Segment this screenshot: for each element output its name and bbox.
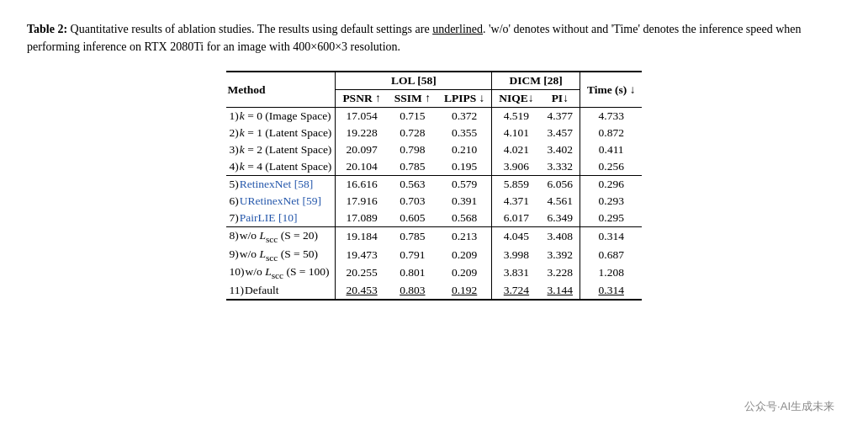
cell-pi: 3.402: [541, 141, 580, 158]
cell-pi: 3.228: [541, 263, 580, 282]
cell-lpips: 0.195: [437, 158, 492, 176]
table-row: 10)w/o Lscc (S = 100)20.2550.8010.2093.8…: [226, 263, 643, 282]
cell-pi: 3.332: [541, 158, 580, 176]
cell-lpips: 0.213: [437, 227, 492, 246]
method-header: Method: [226, 72, 336, 108]
row-num-method: 11)Default: [226, 282, 336, 300]
cell-time: 0.411: [580, 141, 642, 158]
cell-psnr: 20.104: [336, 158, 388, 176]
cell-psnr: 20.097: [336, 141, 388, 158]
table-row: 3)k = 2 (Latent Space)20.0970.7980.2104.…: [226, 141, 643, 158]
cell-pi: 4.561: [541, 193, 580, 210]
cell-time: 0.687: [580, 246, 642, 264]
cell-ssim: 0.715: [388, 108, 437, 125]
row-num-method: 2)k = 1 (Latent Space): [226, 125, 336, 141]
cell-time: 4.733: [580, 108, 642, 125]
cell-niqe: 4.101: [492, 125, 541, 141]
cell-psnr: 19.473: [336, 246, 388, 264]
table-row: 1)k = 0 (Image Space)17.0540.7150.3724.5…: [226, 108, 643, 125]
cell-lpips: 0.210: [437, 141, 492, 158]
cell-lpips: 0.372: [437, 108, 492, 125]
cell-niqe: 4.519: [492, 108, 541, 125]
row-num-method: 9)w/o Lscc (S = 50): [226, 246, 336, 264]
cell-psnr: 17.054: [336, 108, 388, 125]
psnr-header: PSNR ↑: [336, 90, 388, 108]
cell-time: 0.872: [580, 125, 642, 141]
row-num-method: 10)w/o Lscc (S = 100): [226, 263, 336, 282]
table-row: 9)w/o Lscc (S = 50)19.4730.7910.2093.998…: [226, 246, 643, 264]
caption-underlined: underlined: [432, 23, 483, 35]
cell-pi: 3.392: [541, 246, 580, 264]
cell-ssim: 0.785: [388, 158, 437, 176]
cell-ssim: 0.803: [388, 282, 437, 300]
cell-ssim: 0.791: [388, 246, 437, 264]
niqe-header: NIQE↓: [492, 90, 541, 108]
cell-niqe: 5.859: [492, 176, 541, 194]
table-row: 7)PairLIE [10]17.0890.6050.5686.0176.349…: [226, 210, 643, 227]
cell-pi: 4.377: [541, 108, 580, 125]
cell-ssim: 0.785: [388, 227, 437, 246]
header-group-row: Method LOL [58] DICM [28] Time (s) ↓: [226, 72, 643, 90]
cell-pi: 6.349: [541, 210, 580, 227]
table-row: 8)w/o Lscc (S = 20)19.1840.7850.2134.045…: [226, 227, 643, 246]
cell-psnr: 16.616: [336, 176, 388, 194]
cell-niqe: 4.045: [492, 227, 541, 246]
cell-lpips: 0.209: [437, 246, 492, 264]
lpips-header: LPIPS ↓: [437, 90, 492, 108]
cell-niqe: 4.371: [492, 193, 541, 210]
cell-psnr: 20.255: [336, 263, 388, 282]
row-num-method: 5)RetinexNet [58]: [226, 176, 336, 194]
cell-time: 0.296: [580, 176, 642, 194]
table-row: 5)RetinexNet [58]16.6160.5630.5795.8596.…: [226, 176, 643, 194]
row-num-method: 8)w/o Lscc (S = 20): [226, 227, 336, 246]
row-num-method: 7)PairLIE [10]: [226, 210, 336, 227]
cell-pi: 3.457: [541, 125, 580, 141]
row-num-method: 1)k = 0 (Image Space): [226, 108, 336, 125]
cell-psnr: 19.228: [336, 125, 388, 141]
table-row: 6)URetinexNet [59]17.9160.7030.3914.3714…: [226, 193, 643, 210]
cell-ssim: 0.728: [388, 125, 437, 141]
cell-ssim: 0.801: [388, 263, 437, 282]
cell-niqe: 3.724: [492, 282, 541, 300]
cell-time: 0.293: [580, 193, 642, 210]
cell-ssim: 0.798: [388, 141, 437, 158]
cell-niqe: 6.017: [492, 210, 541, 227]
cell-niqe: 3.998: [492, 246, 541, 264]
watermark: 公众号·AI生成未来: [744, 399, 834, 414]
table-row: 2)k = 1 (Latent Space)19.2280.7280.3554.…: [226, 125, 643, 141]
cell-ssim: 0.563: [388, 176, 437, 194]
cell-psnr: 20.453: [336, 282, 388, 300]
cell-time: 0.295: [580, 210, 642, 227]
ssim-header: SSIM ↑: [388, 90, 437, 108]
cell-ssim: 0.703: [388, 193, 437, 210]
lol-header: LOL [58]: [336, 72, 492, 90]
caption: Table 2: Quantitative results of ablatio…: [27, 20, 834, 56]
cell-pi: 6.056: [541, 176, 580, 194]
table-label: Table 2:: [27, 23, 67, 35]
cell-lpips: 0.391: [437, 193, 492, 210]
row-num-method: 6)URetinexNet [59]: [226, 193, 336, 210]
cell-time: 0.314: [580, 227, 642, 246]
cell-lpips: 0.579: [437, 176, 492, 194]
cell-pi: 3.144: [541, 282, 580, 300]
table-row: 4)k = 4 (Latent Space)20.1040.7850.1953.…: [226, 158, 643, 176]
cell-lpips: 0.355: [437, 125, 492, 141]
cell-lpips: 0.209: [437, 263, 492, 282]
table-row: 11)Default20.4530.8030.1923.7243.1440.31…: [226, 282, 643, 300]
cell-psnr: 17.089: [336, 210, 388, 227]
cell-time: 0.314: [580, 282, 642, 300]
cell-pi: 3.408: [541, 227, 580, 246]
cell-lpips: 0.568: [437, 210, 492, 227]
time-header: Time (s) ↓: [580, 72, 642, 108]
cell-psnr: 17.916: [336, 193, 388, 210]
dicm-header: DICM [28]: [492, 72, 580, 90]
cell-ssim: 0.605: [388, 210, 437, 227]
cell-lpips: 0.192: [437, 282, 492, 300]
cell-time: 0.256: [580, 158, 642, 176]
cell-niqe: 4.021: [492, 141, 541, 158]
cell-niqe: 3.906: [492, 158, 541, 176]
row-num-method: 4)k = 4 (Latent Space): [226, 158, 336, 176]
results-table: Method LOL [58] DICM [28] Time (s) ↓ PSN…: [226, 71, 643, 301]
row-num-method: 3)k = 2 (Latent Space): [226, 141, 336, 158]
cell-psnr: 19.184: [336, 227, 388, 246]
